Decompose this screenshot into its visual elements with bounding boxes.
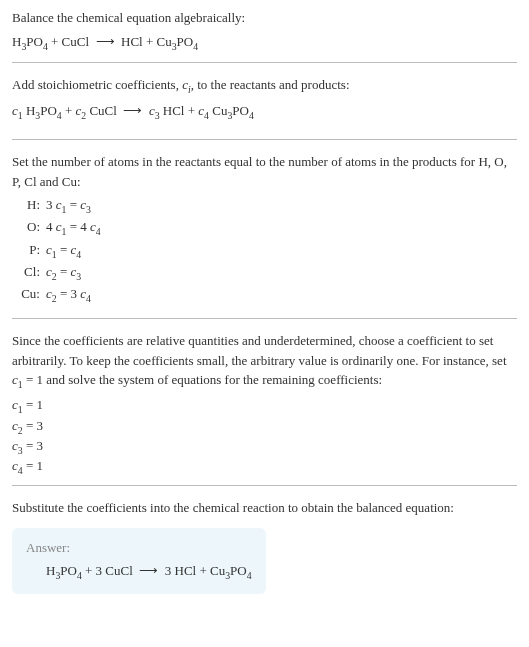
coefficient-line: c3 = 3	[12, 437, 517, 457]
stoich-equation: c1 H3PO4 + c2 CuCl ⟶ c3 HCl + c4 Cu3PO4	[12, 101, 517, 123]
final-text: Substitute the coefficients into the che…	[12, 498, 517, 518]
atoms-text: Set the number of atoms in the reactants…	[12, 152, 517, 191]
problem-title: Balance the chemical equation algebraica…	[12, 8, 517, 28]
atom-equation: c2 = c3	[46, 262, 81, 284]
atom-equation: c2 = 3 c4	[46, 284, 91, 306]
atom-row: O: 4 c1 = 4 c4	[12, 217, 517, 239]
atom-label: O:	[12, 217, 46, 239]
coefficient-list: c1 = 1 c2 = 3 c3 = 3 c4 = 1	[12, 396, 517, 477]
stoich-section: Add stoichiometric coefficients, ci, to …	[12, 62, 517, 139]
atom-equation: 3 c1 = c3	[46, 195, 91, 217]
atom-label: H:	[12, 195, 46, 217]
answer-label: Answer:	[26, 538, 252, 558]
atom-label: P:	[12, 240, 46, 262]
solve-text: Since the coefficients are relative quan…	[12, 331, 517, 392]
atom-equation: c1 = c4	[46, 240, 81, 262]
coefficient-line: c2 = 3	[12, 417, 517, 437]
coefficient-line: c4 = 1	[12, 457, 517, 477]
answer-box: Answer: H3PO4 + 3 CuCl ⟶ 3 HCl + Cu3PO4	[12, 528, 266, 594]
initial-equation: H3PO4 + CuCl ⟶ HCl + Cu3PO4	[12, 32, 517, 54]
atom-label: Cl:	[12, 262, 46, 284]
stoich-text: Add stoichiometric coefficients, ci, to …	[12, 75, 517, 97]
atoms-section: Set the number of atoms in the reactants…	[12, 139, 517, 318]
coefficient-line: c1 = 1	[12, 396, 517, 416]
final-section: Substitute the coefficients into the che…	[12, 485, 517, 601]
atom-row: H: 3 c1 = c3	[12, 195, 517, 217]
atom-row: Cl: c2 = c3	[12, 262, 517, 284]
answer-equation: H3PO4 + 3 CuCl ⟶ 3 HCl + Cu3PO4	[26, 561, 252, 583]
atom-row: Cu: c2 = 3 c4	[12, 284, 517, 306]
atom-equations-table: H: 3 c1 = c3 O: 4 c1 = 4 c4 P: c1 = c4 C…	[12, 195, 517, 306]
atom-label: Cu:	[12, 284, 46, 306]
solve-section: Since the coefficients are relative quan…	[12, 318, 517, 485]
atom-equation: 4 c1 = 4 c4	[46, 217, 101, 239]
atom-row: P: c1 = c4	[12, 240, 517, 262]
